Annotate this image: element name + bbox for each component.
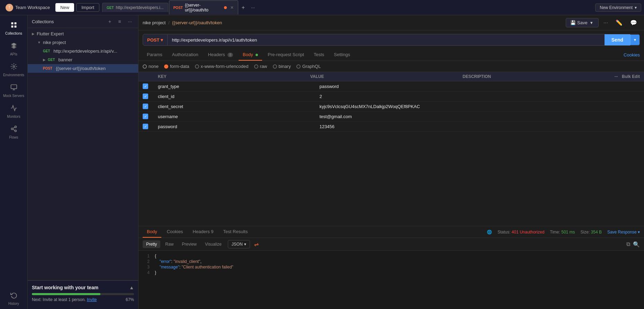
- tab-more-button[interactable]: ···: [248, 3, 258, 11]
- flows-icon: [10, 125, 17, 134]
- tab-post-close[interactable]: ✕: [230, 5, 234, 10]
- resp-tab-cookies[interactable]: Cookies: [163, 226, 187, 238]
- row-checkbox-2[interactable]: ✓: [143, 104, 148, 109]
- top-bar: T Team Workspace New Import GET http://e…: [0, 0, 644, 15]
- tree-item-nike-project[interactable]: ▼ nike project: [28, 38, 138, 47]
- workspace-name: Team Workspace: [15, 5, 50, 10]
- panel-header: Collections + ≡ ···: [28, 15, 138, 28]
- row-value-2[interactable]: kyjc9sVclcsqGU4scMX7nLDalkjp2WoqQEf8PKAC: [317, 104, 478, 109]
- radio-none[interactable]: none: [143, 64, 159, 69]
- tree-item-post-oauth[interactable]: POST {{server-url}}/oauth/token: [28, 64, 138, 73]
- more-options-icon[interactable]: ···: [615, 74, 618, 79]
- send-button[interactable]: Send: [605, 34, 630, 45]
- radio-binary[interactable]: binary: [273, 64, 291, 69]
- save-dropdown-icon[interactable]: ▾: [589, 20, 594, 25]
- tab-tests[interactable]: Tests: [310, 49, 328, 61]
- collapse-button[interactable]: ▲: [129, 285, 134, 290]
- row-checkbox-3[interactable]: ✓: [143, 114, 148, 119]
- sidebar-item-history[interactable]: History: [0, 288, 27, 309]
- fmt-raw[interactable]: Raw: [162, 240, 177, 248]
- new-button[interactable]: New: [55, 3, 74, 12]
- resp-tab-body[interactable]: Body: [143, 226, 161, 238]
- panel-filter-button[interactable]: ≡: [116, 18, 123, 25]
- tab-body[interactable]: Body: [239, 49, 262, 61]
- import-button[interactable]: Import: [76, 3, 99, 12]
- table-row: ✓ grant_type password: [138, 81, 644, 91]
- row-key-2[interactable]: client_secret: [155, 104, 317, 109]
- edit-button[interactable]: ✏️: [613, 18, 625, 27]
- tab-post-dot: [224, 6, 227, 9]
- row-value-0[interactable]: password: [317, 84, 478, 89]
- tab-get-url: http://expertdevelopers.i...: [116, 5, 164, 10]
- tab-add-button[interactable]: +: [239, 3, 248, 12]
- radio-form-data[interactable]: form-data: [164, 64, 189, 69]
- panel-add-button[interactable]: +: [106, 18, 113, 25]
- radio-form-data-dot: [164, 64, 168, 69]
- fmt-preview[interactable]: Preview: [178, 240, 200, 248]
- sidebar-item-environments[interactable]: Environments: [0, 60, 27, 80]
- panel-more-button[interactable]: ···: [126, 18, 134, 25]
- save-button[interactable]: 💾 Save ▾: [566, 18, 599, 27]
- radio-urlencoded[interactable]: x-www-form-urlencoded: [195, 64, 249, 69]
- tab-post[interactable]: POST {{server-url}}/oauth/to ✕: [169, 0, 238, 15]
- sidebar-item-mock-servers[interactable]: Mock Servers: [0, 80, 27, 101]
- url-bar: POST ▾ Send ▾: [143, 34, 640, 46]
- method-selector[interactable]: POST ▾: [143, 35, 168, 45]
- workspace-button[interactable]: T Team Workspace: [3, 2, 53, 13]
- tab-params[interactable]: Params: [143, 49, 167, 61]
- filter-icon[interactable]: ⇌: [254, 241, 259, 248]
- tab-headers[interactable]: Headers 8: [204, 49, 237, 61]
- search-button[interactable]: 🔍: [633, 241, 640, 248]
- fmt-visualize[interactable]: Visualize: [202, 240, 225, 248]
- json-selector[interactable]: JSON ▾: [228, 240, 250, 248]
- tab-authorization[interactable]: Authorization: [168, 49, 203, 61]
- row-key-0[interactable]: grant_type: [155, 84, 317, 89]
- progress-bar-fill: [32, 293, 100, 295]
- row-key-1[interactable]: client_id: [155, 94, 317, 99]
- row-key-4[interactable]: password: [155, 124, 317, 129]
- tree-item-flutter-expert[interactable]: ▶ Flutter Expert: [28, 29, 138, 38]
- cookies-link[interactable]: Cookies: [624, 52, 640, 58]
- more-options-button[interactable]: ···: [601, 18, 611, 27]
- form-table-header: KEY VALUE DESCRIPTION ··· Bulk Edit: [138, 72, 644, 81]
- copy-button[interactable]: ⧉: [626, 241, 630, 248]
- svg-point-7: [11, 128, 13, 130]
- row-checkbox-0[interactable]: ✓: [143, 83, 148, 89]
- tab-pre-request[interactable]: Pre-request Script: [263, 49, 308, 61]
- resp-tab-test-results[interactable]: Test Results: [219, 226, 252, 238]
- collections-icon: [10, 21, 17, 30]
- sidebar-item-monitors[interactable]: Monitors: [0, 101, 27, 122]
- sidebar-item-apis[interactable]: APIs: [0, 39, 27, 60]
- bulk-edit-label[interactable]: Bulk Edit: [622, 74, 640, 79]
- sidebar-item-collections[interactable]: Collections: [0, 18, 27, 39]
- code-line-2: 2 "error": "invalid_client",: [143, 259, 640, 264]
- table-row: ✓ client_id 2: [138, 91, 644, 101]
- tree-item-banner[interactable]: ▶ GET banner: [28, 55, 138, 64]
- radio-raw[interactable]: raw: [254, 64, 267, 69]
- row-key-3[interactable]: username: [155, 114, 317, 119]
- sidebar-item-flows[interactable]: Flows: [0, 122, 27, 143]
- request-bar: nike project / {{server-url}}/oauth/toke…: [138, 15, 644, 30]
- svg-point-4: [13, 66, 15, 68]
- radio-graphql-dot: [296, 64, 301, 69]
- save-response-button[interactable]: Save Response ▾: [607, 230, 640, 235]
- tab-get[interactable]: GET http://expertdevelopers.i...: [102, 3, 168, 12]
- url-input[interactable]: [168, 35, 604, 45]
- radio-graphql[interactable]: GraphQL: [296, 64, 321, 69]
- resp-tab-headers[interactable]: Headers 9: [189, 226, 218, 238]
- send-dropdown-button[interactable]: ▾: [630, 35, 639, 45]
- row-checkbox-1[interactable]: ✓: [143, 94, 148, 99]
- tab-settings[interactable]: Settings: [330, 49, 354, 61]
- top-buttons: New Import: [55, 3, 99, 12]
- row-value-4[interactable]: 123456: [317, 124, 478, 129]
- send-label: Send: [611, 37, 623, 43]
- fmt-pretty[interactable]: Pretty: [143, 240, 160, 248]
- tree-item-get-request[interactable]: GET http://expertdevelopers.ir/api/v...: [28, 47, 138, 55]
- invite-link[interactable]: Invite: [87, 297, 97, 302]
- row-value-1[interactable]: 2: [317, 94, 478, 99]
- comment-button[interactable]: 💬: [627, 18, 640, 27]
- row-value-3[interactable]: test@gmail.com: [317, 114, 478, 119]
- row-checkbox-4[interactable]: ✓: [143, 124, 148, 129]
- workspace-avatar: T: [6, 4, 13, 11]
- new-environment-button[interactable]: New Environment ▾: [595, 3, 641, 12]
